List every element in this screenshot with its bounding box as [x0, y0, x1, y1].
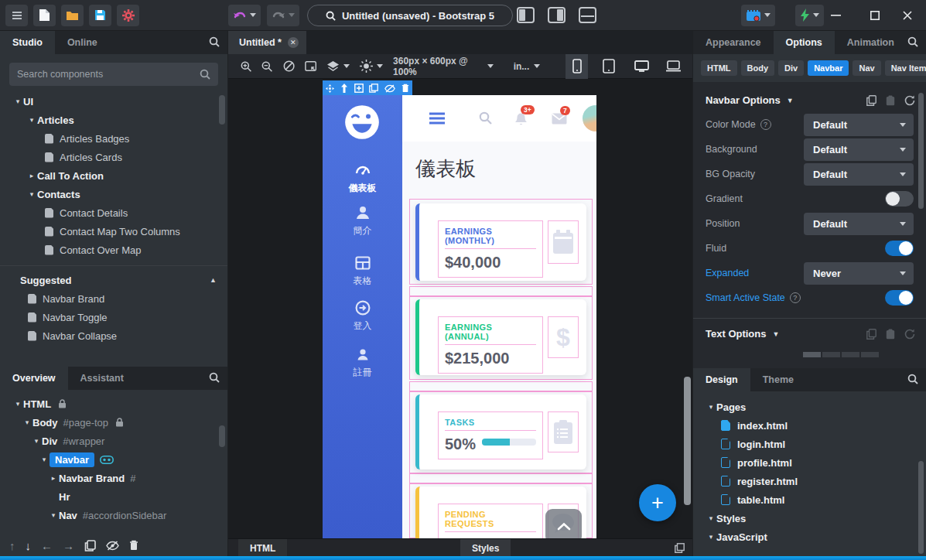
smart-active-state-toggle[interactable] — [885, 290, 914, 306]
undo-history-caret[interactable] — [250, 13, 256, 17]
component-search[interactable] — [9, 63, 218, 86]
search-icon[interactable] — [479, 111, 492, 125]
suggested-item[interactable]: Navbar Toggle — [0, 308, 227, 326]
canvas-size-dropdown[interactable]: 360px × 600px @ 100% — [393, 56, 494, 77]
tree-item[interactable]: Contact Map Two Columns — [0, 222, 227, 241]
background-select[interactable]: Default — [804, 138, 914, 161]
search-icon[interactable] — [209, 372, 220, 383]
main-menu-button[interactable] — [5, 5, 28, 26]
scrollbar-thumb[interactable] — [918, 461, 924, 554]
search-icon[interactable] — [209, 36, 220, 47]
move-out-icon[interactable]: ← — [41, 539, 53, 552]
paste-options-icon[interactable] — [886, 95, 895, 106]
zoom-reset-icon[interactable] — [283, 60, 295, 73]
device-phone-button[interactable] — [566, 54, 588, 79]
hide-icon[interactable] — [106, 541, 119, 551]
drag-move-icon[interactable] — [326, 84, 334, 93]
zoom-in-icon[interactable] — [241, 60, 251, 73]
toggle-left-panel-icon[interactable] — [517, 7, 535, 23]
page-item-profile[interactable]: profile.html — [693, 453, 926, 472]
breakpoint-dropdown[interactable]: in... — [514, 61, 541, 72]
tree-group-articles[interactable]: ▾Articles — [0, 111, 227, 129]
breadcrumb-chip[interactable]: HTML — [701, 60, 737, 76]
tree-group-pages[interactable]: ▾Pages — [693, 398, 926, 416]
toggle-right-panel-icon[interactable] — [548, 7, 566, 23]
bottom-tab-styles[interactable]: Styles — [460, 539, 511, 557]
scroll-to-top-button[interactable] — [545, 509, 582, 538]
help-icon[interactable]: ? — [760, 119, 771, 130]
move-down-icon[interactable]: ↓ — [26, 539, 32, 552]
search-icon[interactable] — [907, 374, 918, 384]
tree-group-contacts[interactable]: ▾Contacts — [0, 185, 227, 203]
text-options-header[interactable]: Text Options▼ — [693, 320, 926, 346]
page-tab-untitled[interactable]: Untitled * ✕ — [228, 31, 306, 54]
tab-design[interactable]: Design — [693, 368, 750, 391]
component-search-input[interactable] — [17, 69, 200, 80]
scrollbar-thumb[interactable] — [918, 93, 924, 209]
redo-history-caret[interactable] — [289, 13, 295, 17]
hide-icon[interactable] — [384, 84, 395, 93]
redo-button[interactable] — [267, 5, 299, 26]
canvas-scrollbar-thumb[interactable] — [684, 377, 691, 505]
page-preview[interactable]: 儀表板 簡介 表格 登入 — [323, 95, 596, 538]
tab-studio[interactable]: Studio — [0, 31, 55, 54]
record-menu-caret[interactable] — [764, 13, 771, 17]
help-icon[interactable]: ? — [790, 292, 801, 303]
expand-icon[interactable] — [354, 84, 364, 93]
device-desktop-button[interactable] — [630, 54, 653, 79]
reset-options-icon[interactable] — [904, 329, 915, 340]
tab-assistant[interactable]: Assistant — [68, 367, 136, 390]
sidebar-link-profile[interactable]: 簡介 — [323, 205, 402, 237]
dom-node-navbar-selected[interactable]: ▾Navbar — [0, 450, 227, 469]
scrollbar-thumb[interactable] — [219, 425, 225, 447]
tree-item[interactable]: Contact Over Map — [0, 241, 227, 259]
page-item-register[interactable]: register.html — [693, 472, 926, 490]
screen-record-button[interactable] — [741, 5, 775, 26]
breadcrumb-chip[interactable]: Body — [741, 60, 775, 76]
layers-dropdown[interactable] — [326, 60, 350, 72]
minimize-button[interactable] — [818, 0, 853, 31]
sidebar-link-dashboard[interactable]: 儀表板 — [323, 162, 402, 195]
breadcrumb-chip[interactable]: Div — [778, 60, 804, 76]
tree-group-javascript[interactable]: ▾JavaScript — [693, 528, 926, 546]
fit-screen-icon[interactable] — [305, 60, 316, 72]
tab-appearance[interactable]: Appearance — [693, 31, 774, 54]
tab-options[interactable]: Options — [774, 31, 835, 54]
navbar-options-header[interactable]: Navbar Options▼ — [693, 87, 926, 112]
open-design-button[interactable] — [61, 5, 84, 26]
sidebar-link-login[interactable]: 登入 — [323, 300, 402, 333]
tab-theme[interactable]: Theme — [750, 368, 806, 391]
tree-item[interactable]: Contact Details — [0, 203, 227, 222]
close-tab-icon[interactable]: ✕ — [288, 37, 299, 48]
card-earnings-monthly[interactable]: EARNINGS (MONTHLY) $40,000 — [415, 203, 586, 281]
detach-panel-icon[interactable] — [675, 543, 685, 553]
tree-group-ui[interactable]: ▾UI — [0, 92, 227, 111]
reset-options-icon[interactable] — [904, 95, 915, 106]
page-item-table[interactable]: table.html — [693, 490, 926, 509]
bg-opacity-select[interactable]: Default — [804, 163, 914, 186]
select-parent-icon[interactable] — [340, 84, 348, 93]
page-item-login[interactable]: login.html — [693, 435, 926, 453]
zoom-out-icon[interactable] — [261, 60, 272, 73]
tree-item[interactable]: Articles Badges — [0, 129, 227, 148]
breadcrumb-chip-selected[interactable]: Navbar — [808, 60, 849, 76]
user-avatar[interactable] — [583, 105, 596, 131]
page-item-index[interactable]: index.html — [693, 416, 926, 435]
search-icon[interactable] — [907, 36, 918, 47]
tree-item[interactable]: Articles Cards — [0, 148, 227, 166]
toggle-bottom-panel-icon[interactable] — [579, 7, 596, 23]
tab-animation[interactable]: Animation — [835, 31, 907, 54]
design-canvas[interactable]: 儀表板 簡介 表格 登入 — [228, 79, 692, 538]
dom-node-hr[interactable]: Hr — [0, 487, 227, 506]
bottom-tab-html[interactable]: HTML — [238, 539, 287, 557]
fluid-toggle[interactable] — [885, 241, 914, 256]
color-mode-select[interactable]: Default — [804, 114, 914, 136]
card-tasks[interactable]: TASKS 50% — [415, 394, 586, 470]
maximize-button[interactable] — [858, 0, 892, 31]
move-in-icon[interactable]: → — [63, 539, 74, 552]
breadcrumb-chip[interactable]: Nav Item — [885, 60, 926, 76]
save-button[interactable] — [89, 5, 111, 26]
collapse-section-icon[interactable]: ▲ — [210, 276, 217, 284]
tab-overview[interactable]: Overview — [0, 367, 68, 390]
device-tablet-button[interactable] — [598, 54, 620, 79]
